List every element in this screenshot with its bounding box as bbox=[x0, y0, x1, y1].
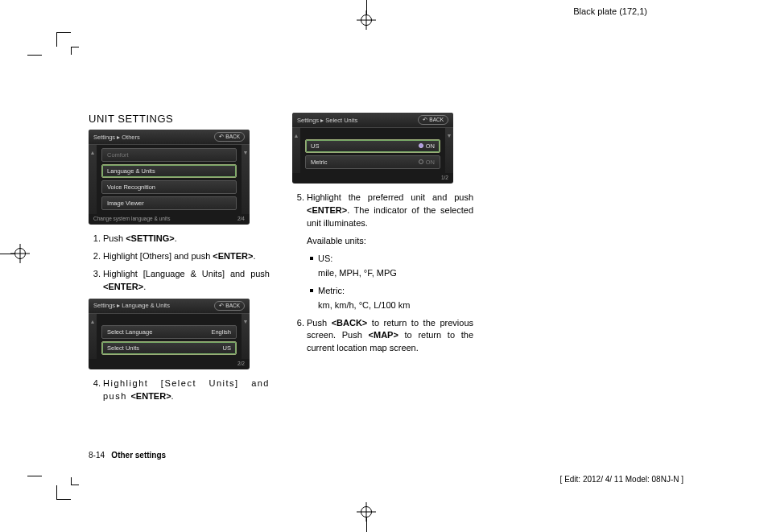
menu-row: Image Viewer bbox=[101, 196, 237, 210]
step-6: Push <BACK> to return to the previous sc… bbox=[307, 317, 473, 356]
scroll-down-icon: ▼ bbox=[445, 128, 453, 173]
step-4: Highlight [Select Units] and push <ENTER… bbox=[103, 377, 270, 403]
scroll-down-icon: ▼ bbox=[242, 314, 250, 359]
scroll-up-icon: ▲ bbox=[292, 128, 300, 173]
screenshot-page: 2/2 bbox=[237, 361, 245, 366]
crop-mark bbox=[71, 47, 79, 55]
page-footer-left: 8-14 Other settings bbox=[89, 451, 166, 460]
menu-row: Select LanguageEnglish bbox=[101, 325, 237, 339]
crop-mark bbox=[56, 32, 71, 47]
step-1: Push <SETTING>. bbox=[103, 233, 270, 245]
screenshot-breadcrumb: Settings ▸ Language & Units bbox=[93, 302, 170, 309]
footer-section: Other settings bbox=[111, 451, 166, 460]
page-number: 8-14 bbox=[89, 451, 105, 460]
scroll-up-icon: ▲ bbox=[89, 314, 97, 359]
screenshot-breadcrumb: Settings ▸ Others bbox=[93, 134, 140, 141]
menu-row-selected: Language & Units bbox=[101, 164, 237, 178]
menu-row: Comfort bbox=[101, 148, 237, 162]
unit-metric: Metric:km, km/h, °C, L/100 km bbox=[318, 285, 473, 312]
registration-mark-top bbox=[354, 0, 378, 32]
screenshot-hint: Change system language & units bbox=[93, 216, 170, 221]
step-5: Highlight the preferred unit and push <E… bbox=[307, 192, 473, 312]
step-2: Highlight [Others] and push <ENTER>. bbox=[103, 250, 270, 263]
crop-mark bbox=[56, 485, 71, 500]
screenshot-page: 2/4 bbox=[237, 216, 245, 221]
menu-row: Metric ON bbox=[305, 155, 440, 169]
menu-row-selected: Select UnitsUS bbox=[101, 341, 237, 355]
available-units-label: Available units: bbox=[307, 235, 473, 248]
steps-list-cont: Highlight [Select Units] and push <ENTER… bbox=[89, 377, 270, 403]
menu-row-selected: US ON bbox=[305, 139, 440, 153]
crop-mark bbox=[27, 476, 42, 477]
steps-list-right: Highlight the preferred unit and push <E… bbox=[292, 192, 473, 355]
screenshot-breadcrumb: Settings ▸ Select Units bbox=[297, 117, 357, 124]
page-content: UNIT SETTINGS Settings ▸ Others ↶ BACK ▲… bbox=[89, 113, 491, 408]
screenshot-page: 1/2 bbox=[441, 175, 448, 180]
units-list: US:mile, MPH, °F, MPG Metric:km, km/h, °… bbox=[307, 253, 473, 312]
registration-mark-left bbox=[0, 241, 32, 266]
back-button: ↶ BACK bbox=[214, 132, 245, 142]
column-right: Settings ▸ Select Units ↶ BACK ▲ US ON M… bbox=[292, 113, 473, 408]
screenshot-others: Settings ▸ Others ↶ BACK ▲ Comfort Langu… bbox=[89, 130, 250, 225]
step-3: Highlight [Language & Units] and push <E… bbox=[103, 268, 270, 294]
steps-list: Push <SETTING>. Highlight [Others] and p… bbox=[89, 233, 270, 294]
back-button: ↶ BACK bbox=[418, 115, 448, 125]
plate-label: Black plate (172,1) bbox=[573, 6, 647, 16]
screenshot-select-units: Settings ▸ Select Units ↶ BACK ▲ US ON M… bbox=[292, 113, 453, 184]
scroll-down-icon: ▼ bbox=[242, 145, 250, 214]
back-button: ↶ BACK bbox=[214, 301, 245, 311]
radio-off-icon bbox=[419, 159, 423, 164]
registration-mark-bottom bbox=[354, 500, 378, 532]
radio-on-icon bbox=[419, 143, 423, 148]
crop-mark bbox=[71, 477, 79, 485]
crop-mark bbox=[27, 55, 42, 56]
page-footer-right: [ Edit: 2012/ 4/ 11 Model: 08NJ-N ] bbox=[560, 475, 683, 484]
column-left: UNIT SETTINGS Settings ▸ Others ↶ BACK ▲… bbox=[89, 113, 270, 408]
scroll-up-icon: ▲ bbox=[89, 145, 97, 214]
screenshot-lang-units: Settings ▸ Language & Units ↶ BACK ▲ Sel… bbox=[89, 299, 250, 369]
section-title: UNIT SETTINGS bbox=[89, 113, 270, 125]
menu-row: Voice Recognition bbox=[101, 180, 237, 194]
unit-us: US:mile, MPH, °F, MPG bbox=[318, 253, 473, 280]
